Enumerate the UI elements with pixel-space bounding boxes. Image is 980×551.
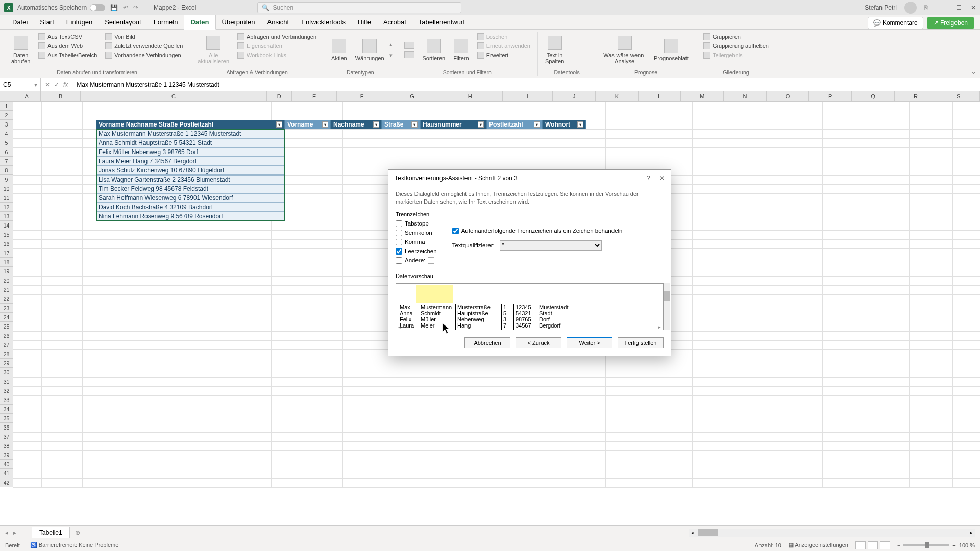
dialog-help-icon[interactable]: ? (647, 174, 650, 182)
table-row[interactable]: Max Mustermann Musterstraße 1 12345 Must… (96, 129, 285, 138)
add-sheet-button[interactable]: ⊕ (75, 529, 80, 536)
view-page-layout-icon[interactable] (868, 541, 878, 549)
next-button[interactable]: Weiter > (567, 337, 612, 348)
redo-icon[interactable]: ↷ (133, 4, 138, 11)
existing-connections[interactable]: Vorhandene Verbindungen (104, 51, 184, 59)
row-header[interactable]: 34 (0, 405, 13, 414)
flash-fill-icon[interactable] (569, 33, 578, 42)
checkbox-other[interactable]: Andere: (396, 257, 437, 264)
save-icon[interactable]: 💾 (110, 4, 118, 11)
zoom-in-icon[interactable]: + (952, 542, 955, 548)
row-header[interactable]: 29 (0, 359, 13, 368)
search-box[interactable]: 🔍 Suchen (257, 2, 461, 13)
col-header-n[interactable]: N (724, 91, 767, 101)
row-header[interactable]: 2 (0, 111, 13, 120)
preview-scroll-left-icon[interactable]: ◂ (398, 324, 401, 330)
filter-dropdown-icon[interactable]: ▾ (534, 121, 540, 128)
close-button[interactable]: ✕ (971, 4, 976, 11)
table-header-nachname[interactable]: Nachname▾ (331, 120, 382, 129)
forecast-sheet-button[interactable]: Prognoseblatt (651, 32, 692, 68)
table-row[interactable]: Felix Müller Nebenweg 3 98765 Dorf (96, 147, 285, 157)
fx-icon[interactable]: fx (63, 81, 68, 88)
filter-dropdown-icon[interactable]: ▾ (478, 121, 484, 128)
tab-start[interactable]: Start (34, 15, 60, 29)
share-button[interactable]: ↗ Freigeben (927, 17, 974, 29)
sheet-tab-tabelle1[interactable]: Tabelle1 (32, 527, 70, 538)
tab-daten[interactable]: Daten (184, 15, 215, 30)
data-model-icon[interactable] (581, 57, 591, 66)
col-header-h[interactable]: H (437, 91, 503, 101)
table-row[interactable]: Laura Meier Hang 7 34567 Bergdorf (96, 157, 285, 166)
col-header-o[interactable]: O (767, 91, 810, 101)
col-header-j[interactable]: J (553, 91, 596, 101)
tab-formeln[interactable]: Formeln (148, 15, 184, 29)
formula-input[interactable]: Max Mustermann Musterstraße 1 12345 Must… (72, 81, 980, 88)
row-header[interactable]: 8 (0, 166, 13, 175)
view-normal-icon[interactable] (855, 541, 866, 549)
dialog-close-icon[interactable]: ✕ (659, 174, 665, 182)
back-button[interactable]: < Zurück (516, 337, 561, 348)
from-web[interactable]: Aus dem Web (37, 42, 98, 50)
row-header[interactable]: 39 (0, 450, 13, 460)
row-header[interactable]: 40 (0, 460, 13, 469)
row-header[interactable]: 22 (0, 294, 13, 304)
col-header-f[interactable]: F (337, 91, 387, 101)
row-header[interactable]: 30 (0, 368, 13, 377)
tab-datei[interactable]: Datei (6, 15, 34, 29)
autosave-toggle[interactable]: Automatisches Speichern (17, 4, 105, 11)
view-page-break-icon[interactable] (880, 541, 890, 549)
table-row[interactable]: David Koch Bachstraße 4 32109 Bachdorf (96, 203, 285, 212)
col-header-s[interactable]: S (937, 91, 980, 101)
row-header[interactable]: 9 (0, 175, 13, 184)
filter-dropdown-icon[interactable]: ▾ (577, 121, 583, 128)
table-header-combined[interactable]: Vorname Nachname Straße Postleitzahl▾ (96, 120, 285, 129)
ribbon-display-icon[interactable]: ⎘ (924, 4, 928, 11)
row-header[interactable]: 15 (0, 230, 13, 239)
checkbox-semicolon[interactable]: Semikolon (396, 230, 437, 236)
table-row[interactable]: Jonas Schulz Kirchenweg 10 67890 Hügeldo… (96, 166, 285, 175)
finish-button[interactable]: Fertig stellen (618, 337, 664, 348)
col-header-g[interactable]: G (387, 91, 437, 101)
advanced-filter[interactable]: Erweitert (476, 51, 531, 59)
checkbox-tab[interactable]: Tabstopp (396, 220, 437, 227)
row-header[interactable]: 32 (0, 386, 13, 395)
preview-vertical-scrollbar[interactable] (664, 283, 670, 330)
status-accessibility[interactable]: ♿ Barrierefreiheit: Keine Probleme (30, 542, 119, 548)
row-header[interactable]: 18 (0, 258, 13, 267)
row-header[interactable]: 19 (0, 267, 13, 276)
tab-acrobat[interactable]: Acrobat (377, 15, 412, 29)
col-header-c[interactable]: C (81, 91, 266, 101)
row-header[interactable]: 35 (0, 414, 13, 423)
row-header[interactable]: 13 (0, 212, 13, 221)
table-row[interactable]: Anna Schmidt Hauptstraße 5 54321 Stadt (96, 138, 285, 147)
row-header[interactable]: 6 (0, 147, 13, 157)
row-header[interactable]: 1 (0, 102, 13, 111)
sheet-next-icon[interactable]: ▸ (13, 529, 16, 536)
tab-einfuegen[interactable]: Einfügen (60, 15, 99, 29)
select-all-corner[interactable] (0, 91, 13, 101)
row-header[interactable]: 20 (0, 276, 13, 285)
other-delimiter-input[interactable] (428, 257, 434, 264)
tab-entwicklertools[interactable]: Entwicklertools (295, 15, 352, 29)
col-header-q[interactable]: Q (852, 91, 895, 101)
table-row[interactable]: Lisa Wagner Gartenstraße 2 23456 Blumens… (96, 175, 285, 184)
row-header[interactable]: 37 (0, 432, 13, 441)
row-header[interactable]: 3 (0, 120, 13, 129)
col-header-d[interactable]: D (267, 91, 292, 101)
sort-az-button[interactable] (401, 32, 418, 68)
col-header-e[interactable]: E (292, 91, 337, 101)
row-header[interactable]: 33 (0, 395, 13, 405)
queries-connections[interactable]: Abfragen und Verbindungen (236, 33, 317, 41)
row-header[interactable]: 14 (0, 221, 13, 230)
cancel-formula-icon[interactable]: ✕ (45, 81, 50, 88)
datatype-up-icon[interactable]: ▴ (389, 41, 393, 48)
stocks-button[interactable]: Aktien (328, 32, 350, 68)
col-header-p[interactable]: P (809, 91, 852, 101)
col-header-r[interactable]: R (895, 91, 938, 101)
col-header-b[interactable]: B (41, 91, 81, 101)
sheet-prev-icon[interactable]: ◂ (5, 529, 8, 536)
checkbox-consecutive[interactable]: Aufeinanderfolgende Trennzeichen als ein… (452, 228, 623, 234)
tab-tabellenentwurf[interactable]: Tabellenentwurf (412, 15, 471, 29)
remove-duplicates-icon[interactable] (581, 33, 591, 42)
from-image[interactable]: Von Bild (104, 33, 184, 41)
